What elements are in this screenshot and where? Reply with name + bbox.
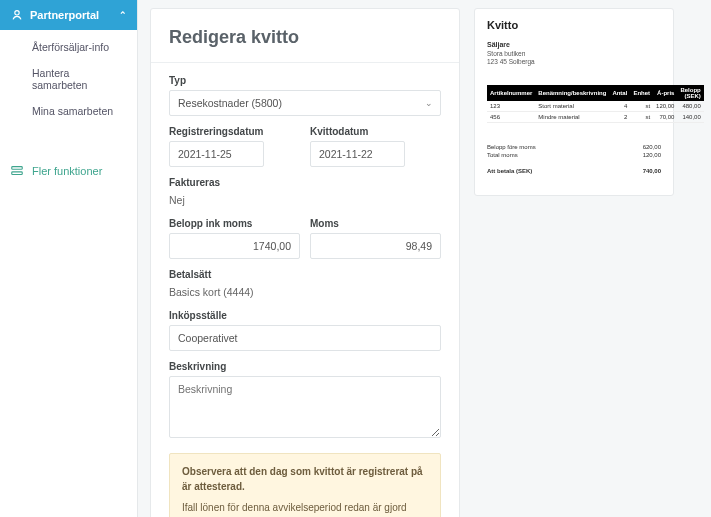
payment-label: Betalsätt [169, 269, 441, 280]
col-artno: Artikelnummer [487, 85, 535, 101]
svg-rect-2 [12, 172, 23, 175]
receipt-totals: Belopp före moms620,00 Total moms120,00 … [487, 143, 661, 175]
place-label: Inköpsställe [169, 310, 441, 321]
payment-value: Basics kort (4444) [169, 284, 441, 300]
col-aprice: Á-pris [653, 85, 677, 101]
sidebar-item-label: Återförsäljar-info [32, 41, 109, 53]
sidebar-more-label: Fler funktioner [32, 165, 102, 177]
receipt-seller-name: Stora butiken [487, 50, 661, 58]
receipt-line-items: Artikelnummer Benämning/beskrivning Anta… [487, 85, 704, 123]
kvitto-input[interactable] [310, 141, 405, 167]
vat-label: Moms [310, 218, 441, 229]
sidebar-item-label: Mina samarbeten [32, 105, 113, 117]
col-qty: Antal [609, 85, 630, 101]
page-title: Redigera kvitto [169, 27, 441, 48]
warning-note: Observera att den dag som kvittot är reg… [169, 453, 441, 517]
sidebar-header-label: Partnerportal [30, 9, 99, 21]
sidebar-item-manage-collab[interactable]: Hantera samarbeten [0, 60, 137, 98]
col-unit: Enhet [630, 85, 653, 101]
svg-rect-1 [12, 167, 23, 170]
vat-input[interactable] [310, 233, 441, 259]
type-label: Typ [169, 75, 441, 86]
svg-point-0 [15, 11, 19, 15]
sidebar-item-reseller-info[interactable]: Återförsäljar-info [0, 34, 137, 60]
regdate-label: Registreringsdatum [169, 126, 300, 137]
sidebar-header-partnerportal[interactable]: Partnerportal ⌃ [0, 0, 137, 30]
col-sum: Belopp (SEK) [677, 85, 703, 101]
edit-receipt-form: Redigera kvitto Typ Resekostnader (5800)… [150, 8, 460, 517]
amount-label: Belopp ink moms [169, 218, 300, 229]
col-desc: Benämning/beskrivning [535, 85, 609, 101]
table-row: 123 Stort material 4 st 120,00 480,00 [487, 101, 704, 112]
invoiced-value: Nej [169, 192, 441, 208]
invoiced-label: Faktureras [169, 177, 441, 188]
sidebar-more-functions[interactable]: Fler funktioner [0, 156, 137, 186]
sidebar: Partnerportal ⌃ Återförsäljar-info Hante… [0, 0, 138, 517]
sidebar-item-my-collab[interactable]: Mina samarbeten [0, 98, 137, 124]
desc-label: Beskrivning [169, 361, 441, 372]
kvitto-label: Kvittodatum [310, 126, 441, 137]
warning-note-body: Ifall lönen för denna avvikelseperiod re… [182, 502, 417, 517]
place-input[interactable] [169, 325, 441, 351]
sidebar-item-label: Hantera samarbeten [32, 67, 87, 91]
table-row: 456 Mindre material 2 st 70,00 140,00 [487, 111, 704, 122]
regdate-input[interactable] [169, 141, 264, 167]
amount-input[interactable] [169, 233, 300, 259]
receipt-preview: Kvitto Säljare Stora butiken 123 45 Solb… [474, 8, 674, 196]
chevron-up-icon: ⌃ [119, 10, 127, 20]
receipt-seller-heading: Säljare [487, 41, 661, 48]
warning-note-heading: Observera att den dag som kvittot är reg… [182, 464, 428, 494]
receipt-seller-addr: 123 45 Solberga [487, 58, 661, 66]
partner-icon [10, 8, 24, 22]
desc-textarea[interactable] [169, 376, 441, 438]
receipt-title: Kvitto [487, 19, 661, 31]
type-select[interactable]: Resekostnader (5800) [169, 90, 441, 116]
settings-icon [10, 164, 24, 178]
